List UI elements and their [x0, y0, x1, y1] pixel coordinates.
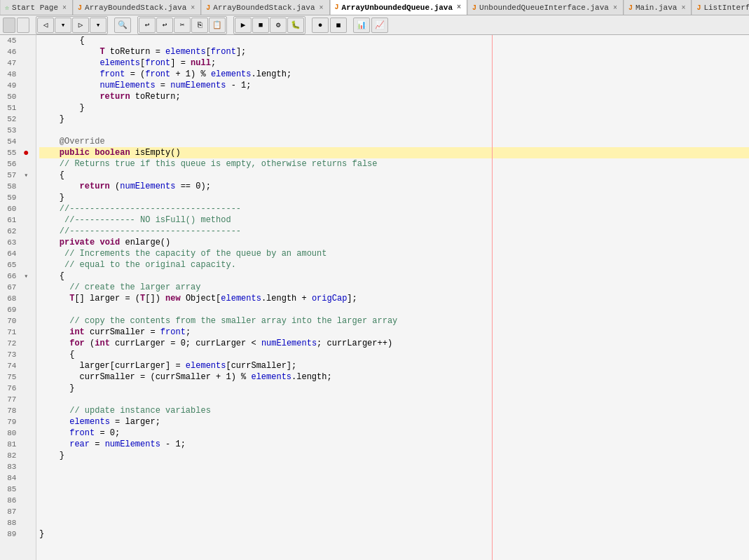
tab-abuq[interactable]: JArrayUnboundedQueue.java× [330, 0, 467, 15]
code-line-67: // create the larger array [39, 282, 749, 293]
line-number-77: 77 [0, 395, 19, 404]
line-number-78: 78 [0, 407, 19, 415]
toolbar-btn-paste[interactable]: 📋 [209, 18, 226, 33]
history-button[interactable] [17, 18, 29, 33]
token-field: elements [221, 294, 261, 303]
tab-icon-ubqi: J [472, 4, 476, 12]
tab-close-abs2[interactable]: × [318, 4, 325, 12]
line-number-82: 82 [0, 451, 19, 460]
code-line-76: } [39, 383, 749, 394]
toolbar-btn-debug[interactable]: 🐛 [287, 18, 304, 33]
code-line-74: larger[currLarger] = elements[currSmalle… [39, 360, 749, 371]
tab-close-start[interactable]: × [61, 4, 68, 12]
collapse-icon[interactable]: ▾ [24, 172, 28, 179]
token-field: origCap [312, 294, 347, 303]
token-field: numElements [261, 339, 317, 348]
token-plain: { [39, 350, 74, 360]
token-plain: [ [140, 58, 145, 68]
line-number-61: 61 [0, 216, 19, 224]
token-plain: = ( [120, 294, 140, 303]
toolbar-btn-undo[interactable]: ↩ [139, 18, 156, 33]
token-plain: ] = [170, 58, 191, 68]
token-plain [90, 148, 95, 158]
tab-abs2[interactable]: JArrayBoundedStack.java× [201, 0, 329, 15]
red-margin-line [492, 35, 493, 560]
toolbar-btn-bar[interactable]: 📈 [371, 18, 388, 33]
toolbar-group-1: ◁ ▾ ▷ ▾ [36, 16, 108, 34]
code-line-84 [39, 472, 749, 484]
token-plain: toReturn = [105, 47, 165, 57]
token-plain: ]; [236, 47, 246, 57]
toolbar-btn-dropdown2[interactable]: ▾ [90, 18, 106, 33]
code-line-53 [39, 125, 749, 136]
tab-start[interactable]: ☆Start Page× [0, 0, 73, 15]
token-plain [39, 92, 99, 102]
tab-close-ubqi[interactable]: × [612, 4, 619, 12]
token-type: T [140, 294, 145, 303]
toolbar-btn-cut[interactable]: ✂ [174, 18, 191, 33]
line-marker-55[interactable]: ● [19, 147, 33, 158]
tab-close-abs1[interactable]: × [189, 4, 196, 12]
token-plain: .length; [291, 372, 332, 382]
toolbar-btn-compile[interactable]: ⚙ [270, 18, 287, 33]
line-number-49: 49 [0, 81, 19, 90]
tab-close-main[interactable]: × [680, 4, 687, 12]
code-line-59: } [39, 192, 749, 203]
line-number-86: 86 [0, 496, 19, 505]
token-plain: = [90, 439, 105, 449]
token-field: numElements [99, 81, 155, 90]
gutter-row-47: 47 [0, 57, 36, 69]
line-number-69: 69 [0, 306, 19, 314]
tab-label-abs2: ArrayBoundedStack.java [213, 4, 315, 12]
line-number-66: 66 [0, 272, 19, 280]
line-marker-57[interactable]: ▾ [19, 171, 33, 179]
tab-abs1[interactable]: JArrayBoundedStack.java× [73, 0, 201, 15]
gutter-row-83: 83 [0, 461, 36, 472]
gutter-row-58: 58 [0, 181, 36, 192]
toolbar-btn-dropdown[interactable]: ▾ [55, 18, 71, 33]
code-line-46: T toReturn = elements[front]; [39, 46, 749, 57]
toolbar-btn-back[interactable]: ◁ [37, 18, 54, 33]
code-line-89: } [39, 528, 749, 540]
code-line-75: currSmaller = (currSmaller + 1) % elemen… [39, 371, 749, 383]
gutter-row-87: 87 [0, 506, 36, 517]
toolbar-btn-stop[interactable]: ■ [252, 18, 269, 33]
line-marker-66[interactable]: ▾ [19, 272, 33, 280]
breakpoint-icon[interactable]: ● [23, 147, 29, 158]
token-field: numElements [105, 439, 160, 449]
gutter-row-88: 88 [0, 517, 36, 528]
code-line-77 [39, 394, 749, 405]
code-line-52: } [39, 114, 749, 125]
toolbar-btn-copy[interactable]: ⎘ [191, 18, 208, 33]
code-scroll[interactable]: { T toReturn = elements[front]; elements… [36, 35, 749, 560]
toolbar-btn-record[interactable]: ● [312, 18, 329, 33]
toolbar-btn-run[interactable]: ▶ [235, 18, 252, 33]
tab-close-abuq[interactable]: × [455, 4, 462, 11]
token-field: front [160, 327, 186, 337]
toolbar-btn-stop2[interactable]: ◼ [330, 18, 347, 33]
toolbar-btn-search[interactable]: 🔍 [114, 18, 131, 33]
token-plain: - 1; [226, 81, 251, 90]
toolbar-btn-chart[interactable]: 📊 [353, 18, 370, 33]
token-kw: return [80, 182, 110, 191]
token-plain: ( [85, 339, 95, 348]
token-plain [39, 428, 69, 438]
tab-ubqi[interactable]: JUnboundedQueueInterface.java× [467, 0, 624, 15]
code-area-wrapper: { T toReturn = elements[front]; elements… [36, 35, 749, 560]
toolbar-btn-forward[interactable]: ▷ [72, 18, 89, 33]
collapse-icon[interactable]: ▾ [24, 273, 28, 280]
token-kw: boolean [95, 148, 130, 158]
source-button[interactable] [3, 18, 15, 33]
token-comment: // copy the contents from the smaller ar… [39, 316, 397, 326]
code-line-85 [39, 484, 749, 495]
toolbar-btn-redo[interactable]: ↩ [156, 18, 173, 33]
line-number-46: 46 [0, 48, 19, 56]
tab-bar: ☆Start Page×JArrayBoundedStack.java×JArr… [0, 0, 749, 15]
code-line-87 [39, 506, 749, 517]
token-plain: isEmpty() [130, 148, 181, 158]
tab-lsti[interactable]: JListInterface.java× [692, 0, 749, 15]
token-field: front [99, 69, 125, 79]
token-comment: //------------ NO isFull() method [39, 215, 231, 225]
token-var: larger [90, 294, 120, 303]
tab-main[interactable]: JMain.java× [624, 0, 692, 15]
